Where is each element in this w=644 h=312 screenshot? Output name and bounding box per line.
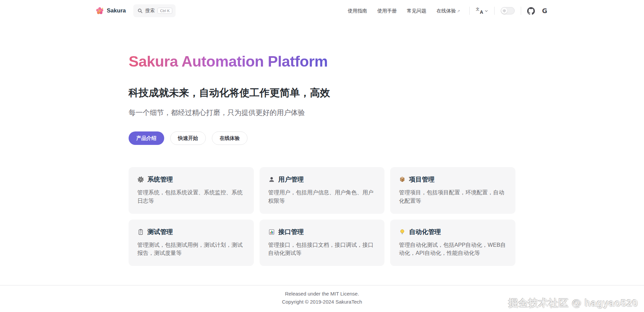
quick-start-button[interactable]: 快速开始 [170, 131, 206, 145]
chevron-down-icon [485, 9, 488, 13]
feature-card-user: 用户管理 管理用户，包括用户信息、用户角色、用户权限等 [260, 167, 385, 214]
feature-description: 管理系统，包括系统设置、系统监控、系统日志等 [137, 188, 245, 205]
brand-name: Sakura [107, 7, 126, 14]
feature-description: 管理项目，包括项目配置，环境配置，自动化配置等 [399, 188, 507, 205]
feature-title: 自动化管理 [409, 228, 441, 236]
feature-title: 系统管理 [147, 175, 173, 184]
product-intro-button[interactable]: 产品介绍 [129, 131, 164, 145]
search-label: 搜索 [145, 8, 155, 14]
search-icon [137, 8, 143, 13]
online-demo-button[interactable]: 在线体验 [212, 131, 247, 145]
language-selector[interactable]: 文 A [476, 7, 488, 14]
feature-description: 管理用户，包括用户信息、用户角色、用户权限等 [268, 188, 376, 205]
feature-grid: 系统管理 管理系统，包括系统设置、系统监控、系统日志等 用户管理 管理用户，包括… [129, 167, 515, 266]
github-link[interactable] [527, 7, 535, 15]
nav-link-faq[interactable]: 常见问题 [407, 8, 426, 14]
divider [469, 7, 470, 15]
feature-title: 接口管理 [278, 228, 304, 236]
search-input[interactable]: 搜索 Ctrl K [133, 4, 176, 17]
hero-actions: 产品介绍 快速开始 在线体验 [129, 131, 515, 145]
feature-card-automation: 自动化管理 管理自动化测试，包括APP自动化，WEB自动化，API自动化，性能自… [390, 220, 515, 266]
feature-title: 测试管理 [147, 228, 173, 236]
feature-card-api: 接口管理 管理接口，包括接口文档，接口调试，接口自动化测试等 [260, 220, 385, 266]
bar-chart-icon [268, 229, 275, 235]
gitee-icon: G [541, 7, 548, 14]
feature-description: 管理测试，包括测试用例，测试计划，测试报告，测试度量等 [137, 241, 245, 258]
feature-card-project: 项目管理 管理项目，包括项目配置，环境配置，自动化配置等 [390, 167, 515, 214]
feature-card-test: 测试管理 管理测试，包括测试用例，测试计划，测试报告，测试度量等 [129, 220, 254, 266]
feature-card-system: 系统管理 管理系统，包括系统设置、系统监控、系统日志等 [129, 167, 254, 214]
footer: Released under the MIT License. Copyrigh… [0, 285, 644, 312]
sakura-flower-logo-icon [96, 7, 104, 15]
nav-menu: 使用指南 使用手册 常见问题 在线体验↗ 文 A [338, 7, 548, 15]
feature-title: 项目管理 [409, 175, 434, 184]
translate-icon: 文 A [476, 7, 483, 14]
feature-description: 管理接口，包括接口文档，接口调试，接口自动化测试等 [268, 241, 376, 258]
feature-description: 管理自动化测试，包括APP自动化，WEB自动化，API自动化，性能自动化等 [399, 241, 507, 258]
page-title: Sakura Automation Platform [129, 52, 328, 71]
homepage: Sakura 搜索 Ctrl K 使用指南 使用手册 常见问题 在线体验↗ [0, 0, 644, 312]
search-shortcut-badge: Ctrl K [157, 8, 173, 14]
user-icon [268, 176, 275, 183]
gitee-link[interactable]: G [541, 7, 548, 14]
hero-section: Sakura Automation Platform 科技成就未来，自动化将使工… [129, 22, 515, 285]
nav-link-online-demo[interactable]: 在线体验↗ [436, 8, 460, 14]
hero-subtitle: 每一个细节，都经过精心打磨，只为提供更好的用户体验 [129, 108, 515, 117]
bulb-icon [399, 229, 406, 235]
navbar: Sakura 搜索 Ctrl K 使用指南 使用手册 常见问题 在线体验↗ [0, 0, 644, 22]
github-icon [527, 7, 535, 15]
sun-icon [501, 8, 507, 14]
brand-home-link[interactable]: Sakura [96, 7, 126, 15]
footer-copyright: Copyright © 2019-2024 SakuraTech [0, 299, 644, 305]
divider [521, 7, 521, 15]
package-icon [399, 176, 406, 183]
footer-license: Released under the MIT License. [0, 291, 644, 297]
external-link-icon: ↗ [457, 9, 460, 13]
clipboard-icon [137, 229, 144, 235]
divider [494, 7, 495, 15]
nav-link-manual[interactable]: 使用手册 [377, 8, 397, 14]
nav-link-guide[interactable]: 使用指南 [348, 8, 367, 14]
hero-tagline: 科技成就未来，自动化将使工作更简单，高效 [129, 86, 515, 100]
theme-toggle-switch[interactable] [501, 7, 515, 14]
gear-icon [137, 176, 144, 183]
feature-title: 用户管理 [278, 175, 304, 184]
